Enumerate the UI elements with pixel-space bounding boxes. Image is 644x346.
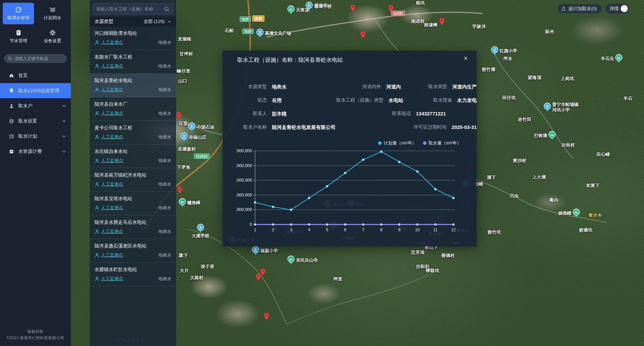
station-list-item[interactable]: 陆河县水唇走马石水电站人工监测点地表水 (90, 215, 176, 239)
close-icon[interactable]: × (464, 55, 468, 62)
station-search-box[interactable] (92, 3, 173, 15)
sidebar-item-label: 取水户 (18, 103, 58, 109)
station-list-item[interactable]: 陆河县自来水厂人工监测点地表水 (90, 97, 176, 121)
svg-text:1: 1 (254, 228, 256, 232)
field-value: 陆河县青砼水电发展有限公司 (272, 124, 336, 131)
station-list-item[interactable]: 友能水厂取水工程人工监测点地表水 (90, 50, 176, 74)
module-gear[interactable]: 业务设置 (37, 26, 68, 47)
map-poi-school[interactable]: 文墩塘学校 (305, 2, 332, 11)
over-plan-intake-button[interactable]: 超计划取水(0) (558, 4, 601, 13)
source-type-filter[interactable]: 水源类型 全部 (125) (90, 17, 176, 26)
module-waves[interactable]: 计划用水 (37, 3, 68, 24)
map-place-label: 百货 (179, 121, 188, 126)
station-list-item[interactable]: 河口镇唱歌潭水电站人工监测点地表水 (90, 26, 176, 50)
map-pin-station[interactable] (350, 4, 356, 14)
intake-line-chart: 01,000,0002,000,0003,000,0004,000,0005,0… (236, 144, 466, 235)
chevron-down-icon[interactable] (62, 135, 66, 138)
sidebar-item[interactable]: 取水计划 (0, 129, 71, 144)
field-value: 13432771221 (416, 111, 446, 116)
map-pin-station[interactable] (360, 31, 366, 40)
station-list-item[interactable]: 陆河县宝塔水电站人工监测点地表水 (90, 192, 176, 215)
monitor-type-link[interactable]: 人工监测点 (101, 87, 123, 93)
poi-label: 红旗小学 (500, 48, 517, 54)
field-label: 水源类型 (237, 84, 267, 90)
station-name: 陆河县宝塔水电站 (94, 196, 171, 202)
detail-toggle[interactable]: 详情 (606, 4, 629, 14)
map-poi-school[interactable]: 文高塘文化广场 (256, 29, 291, 38)
sidebar-search-box[interactable] (4, 54, 67, 63)
sidebar-item[interactable]: 取水口GIS信息管理 (0, 83, 71, 98)
module-switcher: 取用水管理计划用水节水管理业务设置 (0, 0, 71, 51)
poi-label: 螺角嶂 (187, 200, 200, 206)
chevron-down-icon[interactable] (62, 105, 66, 107)
module-label: 计划用水 (44, 15, 61, 21)
map-poi-school[interactable]: 文红旗小学 (491, 46, 517, 56)
station-list-item[interactable]: 东坑镇自来水站人工监测点地表水 (90, 144, 176, 168)
svg-text:文: 文 (258, 30, 262, 34)
field-row: 水源类型地表水河道内外河道内取水类型河道内生产 (223, 80, 477, 94)
gear-icon (49, 29, 56, 36)
station-list-item[interactable]: 陆河县南万镇杞洋水电站人工监测点地表水 (90, 168, 176, 192)
monitor-type-link[interactable]: 人工监测点 (101, 134, 123, 140)
map-pin-station[interactable] (255, 273, 261, 283)
monitor-type-link[interactable]: 人工监测点 (101, 110, 123, 116)
module-notebook[interactable]: 节水管理 (3, 26, 34, 47)
sidebar-item[interactable]: 取水户 (0, 98, 71, 113)
chevron-down-icon[interactable] (167, 20, 171, 23)
toggle-knob[interactable] (621, 5, 628, 12)
monitor-type-link[interactable]: 人工监测点 (101, 158, 123, 164)
poi-label: 墩塘学校 (314, 4, 332, 9)
poi-label: 东坑尖山寺 (296, 258, 318, 263)
map-poi-school[interactable]: 文幸福山庄 (180, 133, 206, 142)
map-place-label: 下罗角 (177, 165, 191, 170)
map-place-label: 花塘新村 (178, 147, 196, 152)
sidebar-item[interactable]: 水资源计费 (0, 144, 71, 159)
chevron-down-icon[interactable] (62, 150, 66, 153)
sidebar-item-label: 取水设置 (18, 118, 58, 124)
monitor-type-link[interactable]: 人工监测点 (101, 276, 123, 282)
map-pin-station[interactable] (176, 111, 182, 121)
search-icon[interactable] (164, 6, 170, 12)
map-pin-station[interactable] (177, 186, 183, 195)
sidebar-item[interactable]: 取水设置 (0, 113, 71, 129)
sidebar-search-input[interactable] (15, 56, 65, 61)
station-list-item[interactable]: 陆河县激石溪老区水电站人工监测点地表水 (90, 239, 176, 263)
svg-text:1,000,000: 1,000,000 (236, 207, 252, 212)
monitor-type-link[interactable]: 人工监测点 (101, 181, 123, 187)
map-poi-school[interactable]: 文福新小学 (252, 246, 278, 256)
filter-value[interactable]: 全部 (125) (144, 19, 165, 25)
map-poi-nature[interactable]: 烧香嶂 (558, 209, 580, 218)
chevron-down-icon[interactable] (62, 120, 66, 123)
field-value: 在用 (272, 97, 282, 104)
station-name: 陆河县水唇走马石水电站 (94, 219, 171, 225)
meter-icon (15, 6, 22, 13)
station-list-item[interactable]: 水唇镇水栏肚水电站人工监测点地表水 (90, 263, 176, 286)
sidebar-item[interactable]: 首页 (0, 68, 71, 83)
map-pin-station[interactable] (439, 18, 445, 27)
monitor-type-link[interactable]: 人工监测点 (101, 63, 123, 69)
person-icon (94, 64, 100, 69)
map-poi-nature[interactable]: 东坑尖山寺 (287, 256, 318, 265)
monitor-type-link[interactable]: 人工监测点 (101, 39, 123, 46)
svg-text:5: 5 (326, 228, 328, 232)
map-poi-school[interactable]: 文中国石油 (188, 123, 214, 132)
school-pin-icon: 文 (180, 133, 188, 142)
monitor-type-link[interactable]: 人工监测点 (101, 205, 123, 211)
station-list-item[interactable]: 麦卡公司取水工程人工监测点地表水 (90, 121, 176, 144)
map-poi-nature[interactable]: 羊石尖 (601, 54, 623, 63)
map-pin-station[interactable] (263, 312, 270, 322)
map-place-label: 赤竹田 (518, 117, 532, 122)
map-poi-school[interactable]: 文普宁市船埔镇 河坑小学 (543, 102, 579, 113)
monitor-type-link[interactable]: 人工监测点 (101, 252, 123, 258)
person-icon (94, 253, 100, 258)
svg-text:文: 文 (190, 124, 194, 128)
station-list-item[interactable]: 陆河县青砼水电站人工监测点地表水 (90, 74, 176, 97)
map-place-label: 挨垅蜂 (424, 22, 438, 28)
station-search-input[interactable] (96, 6, 164, 11)
map-place-label: 南进村 (411, 19, 425, 24)
monitor-type-link[interactable]: 人工监测点 (101, 229, 123, 235)
map-poi-school[interactable]: 文大溪学校 (192, 224, 209, 239)
module-meter[interactable]: 取用水管理 (3, 3, 34, 24)
map-poi-nature[interactable]: 螺角嶂 (178, 198, 200, 208)
map-poi-nature[interactable]: 打铁塘 (534, 131, 556, 140)
